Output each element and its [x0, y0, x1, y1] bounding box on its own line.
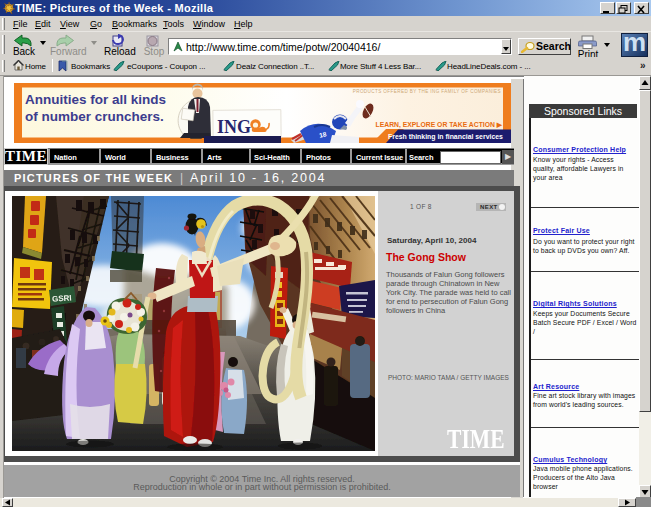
svg-text:ING: ING	[217, 117, 251, 137]
svg-text:LEARN, EXPLORE OR TAKE ACTION: LEARN, EXPLORE OR TAKE ACTION ▶	[376, 121, 503, 129]
svg-text:PRODUCTS OFFERED BY THE ING FA: PRODUCTS OFFERED BY THE ING FAMILY OF CO…	[353, 89, 501, 94]
svg-text:GSRI: GSRI	[52, 293, 72, 303]
svg-text:of number crunchers.: of number crunchers.	[25, 109, 164, 124]
svg-text:Annuities for all kinds: Annuities for all kinds	[25, 92, 166, 107]
svg-text:Fresh thinking in financial se: Fresh thinking in financial services	[388, 133, 503, 141]
